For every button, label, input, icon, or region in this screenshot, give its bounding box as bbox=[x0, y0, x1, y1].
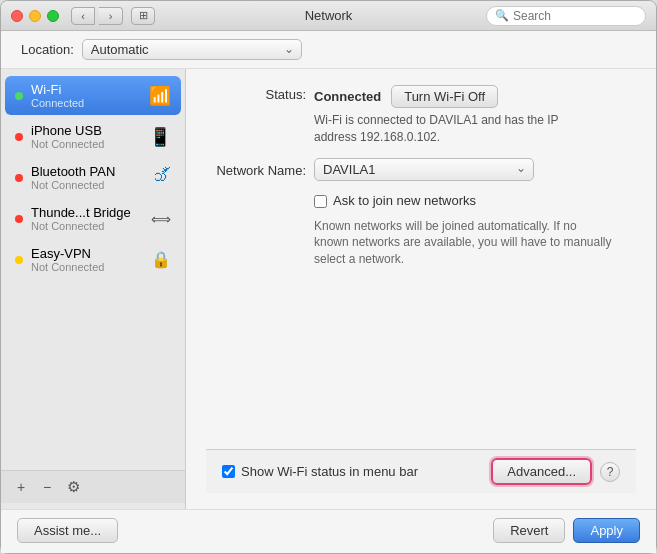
thunderbolt-item-status: Not Connected bbox=[31, 220, 143, 232]
nav-buttons: ‹ › bbox=[71, 7, 123, 25]
sidebar-item-wifi[interactable]: Wi-Fi Connected 📶 bbox=[5, 76, 181, 115]
show-wifi-checkbox[interactable] bbox=[222, 465, 235, 478]
action-row: Assist me... Revert Apply bbox=[1, 509, 656, 553]
back-icon: ‹ bbox=[81, 10, 85, 22]
maximize-button[interactable] bbox=[47, 10, 59, 22]
forward-button[interactable]: › bbox=[99, 7, 123, 25]
window-title: Network bbox=[305, 8, 353, 23]
thunderbolt-icon: ⟺ bbox=[151, 211, 171, 227]
iphone-item-name: iPhone USB bbox=[31, 123, 141, 138]
network-select-wrapper: DAVILA1 bbox=[314, 158, 534, 181]
bottom-bar: Show Wi-Fi status in menu bar Advanced..… bbox=[206, 449, 636, 493]
status-field-label: Status: bbox=[206, 85, 306, 102]
back-button[interactable]: ‹ bbox=[71, 7, 95, 25]
right-panel: Status: Connected Turn Wi-Fi Off Wi-Fi i… bbox=[186, 69, 656, 509]
sidebar-item-easy-vpn[interactable]: Easy-VPN Not Connected 🔒 bbox=[5, 240, 181, 279]
help-button[interactable]: ? bbox=[600, 462, 620, 482]
location-bar: Location: Automatic Home Work Edit Locat… bbox=[1, 31, 656, 69]
vpn-item-name: Easy-VPN bbox=[31, 246, 143, 261]
wifi-status-dot bbox=[15, 92, 23, 100]
known-networks-description: Known networks will be joined automatica… bbox=[314, 218, 614, 268]
vpn-icon: 🔒 bbox=[151, 250, 171, 269]
location-label: Location: bbox=[21, 42, 74, 57]
location-select[interactable]: Automatic Home Work Edit Locations... bbox=[82, 39, 302, 60]
network-name-row: Network Name: DAVILA1 bbox=[206, 158, 636, 181]
status-connected-row: Connected Turn Wi-Fi Off bbox=[314, 85, 594, 108]
bluetooth-item-status: Not Connected bbox=[31, 179, 145, 191]
thunderbolt-status-dot bbox=[15, 215, 23, 223]
sidebar-item-iphone-usb[interactable]: iPhone USB Not Connected 📱 bbox=[5, 117, 181, 156]
network-name-select[interactable]: DAVILA1 bbox=[314, 158, 534, 181]
close-button[interactable] bbox=[11, 10, 23, 22]
apply-button[interactable]: Apply bbox=[573, 518, 640, 543]
vpn-item-status: Not Connected bbox=[31, 261, 143, 273]
search-input[interactable] bbox=[513, 9, 643, 23]
network-name-label: Network Name: bbox=[206, 161, 306, 178]
network-settings-button[interactable]: ⚙ bbox=[61, 477, 85, 497]
ask-join-label: Ask to join new networks bbox=[333, 193, 476, 208]
wifi-item-status: Connected bbox=[31, 97, 141, 109]
assist-me-button[interactable]: Assist me... bbox=[17, 518, 118, 543]
ask-join-checkbox[interactable] bbox=[314, 195, 327, 208]
wifi-signal-icon: 📶 bbox=[149, 85, 171, 107]
iphone-item-text: iPhone USB Not Connected bbox=[31, 123, 141, 150]
bluetooth-item-name: Bluetooth PAN bbox=[31, 164, 145, 179]
location-select-wrapper: Automatic Home Work Edit Locations... bbox=[82, 39, 302, 60]
turn-wifi-off-button[interactable]: Turn Wi-Fi Off bbox=[391, 85, 498, 108]
status-value: Connected bbox=[314, 89, 381, 104]
titlebar: ‹ › ⊞ Network 🔍 bbox=[1, 1, 656, 31]
vpn-status-dot bbox=[15, 256, 23, 264]
bluetooth-status-dot bbox=[15, 174, 23, 182]
sidebar: Wi-Fi Connected 📶 iPhone USB Not Connect… bbox=[1, 69, 186, 509]
minimize-button[interactable] bbox=[29, 10, 41, 22]
wifi-item-name: Wi-Fi bbox=[31, 82, 141, 97]
forward-icon: › bbox=[109, 10, 113, 22]
iphone-icon: 📱 bbox=[149, 126, 171, 148]
sidebar-item-bluetooth-pan[interactable]: Bluetooth PAN Not Connected ᪢ bbox=[5, 158, 181, 197]
status-row: Status: Connected Turn Wi-Fi Off Wi-Fi i… bbox=[206, 85, 636, 146]
vpn-item-text: Easy-VPN Not Connected bbox=[31, 246, 143, 273]
iphone-status-dot bbox=[15, 133, 23, 141]
advanced-button[interactable]: Advanced... bbox=[491, 458, 592, 485]
show-wifi-row: Show Wi-Fi status in menu bar bbox=[222, 464, 418, 479]
wifi-item-text: Wi-Fi Connected bbox=[31, 82, 141, 109]
status-content: Connected Turn Wi-Fi Off Wi-Fi is connec… bbox=[314, 85, 594, 146]
remove-network-button[interactable]: − bbox=[35, 477, 59, 497]
traffic-lights bbox=[11, 10, 59, 22]
status-description: Wi-Fi is connected to DAVILA1 and has th… bbox=[314, 112, 594, 146]
bluetooth-item-text: Bluetooth PAN Not Connected bbox=[31, 164, 145, 191]
network-window: ‹ › ⊞ Network 🔍 Location: Automatic Home… bbox=[0, 0, 657, 554]
revert-button[interactable]: Revert bbox=[493, 518, 565, 543]
thunderbolt-item-name: Thunde...t Bridge bbox=[31, 205, 143, 220]
iphone-item-status: Not Connected bbox=[31, 138, 141, 150]
search-icon: 🔍 bbox=[495, 9, 509, 22]
grid-icon: ⊞ bbox=[139, 9, 148, 22]
main-content: Wi-Fi Connected 📶 iPhone USB Not Connect… bbox=[1, 69, 656, 509]
add-network-button[interactable]: + bbox=[9, 477, 33, 497]
sidebar-toolbar: + − ⚙ bbox=[1, 470, 185, 503]
search-box[interactable]: 🔍 bbox=[486, 6, 646, 26]
grid-button[interactable]: ⊞ bbox=[131, 7, 155, 25]
ask-join-row: Ask to join new networks bbox=[314, 193, 636, 208]
bluetooth-icon: ᪢ bbox=[153, 167, 171, 188]
sidebar-item-thunderbolt[interactable]: Thunde...t Bridge Not Connected ⟺ bbox=[5, 199, 181, 238]
show-wifi-label: Show Wi-Fi status in menu bar bbox=[241, 464, 418, 479]
thunderbolt-item-text: Thunde...t Bridge Not Connected bbox=[31, 205, 143, 232]
